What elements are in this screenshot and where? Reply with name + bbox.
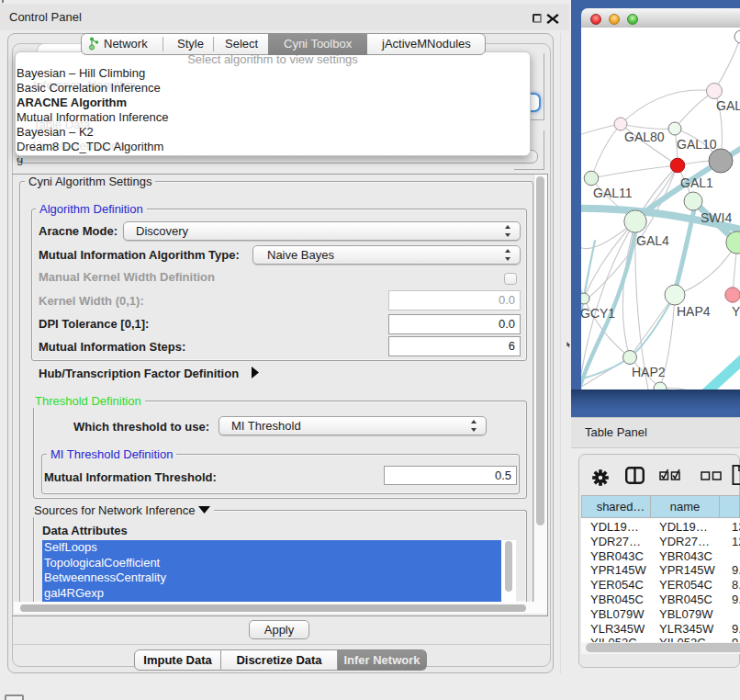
svg-text:GCY1: GCY1 [581,306,615,321]
svg-text:GAL4: GAL4 [636,233,669,248]
svg-text:GAL80: GAL80 [624,130,665,144]
svg-text:GAL10: GAL10 [677,137,717,152]
svg-text:GAL1: GAL1 [680,175,713,190]
svg-text:HAP4: HAP4 [677,304,711,319]
svg-text:YD: YD [732,304,740,319]
svg-text:GAL2: GAL2 [716,98,740,113]
svg-text:HAP2: HAP2 [632,365,666,379]
svg-text:GAL11: GAL11 [593,186,633,200]
svg-text:SWI4: SWI4 [701,210,732,225]
